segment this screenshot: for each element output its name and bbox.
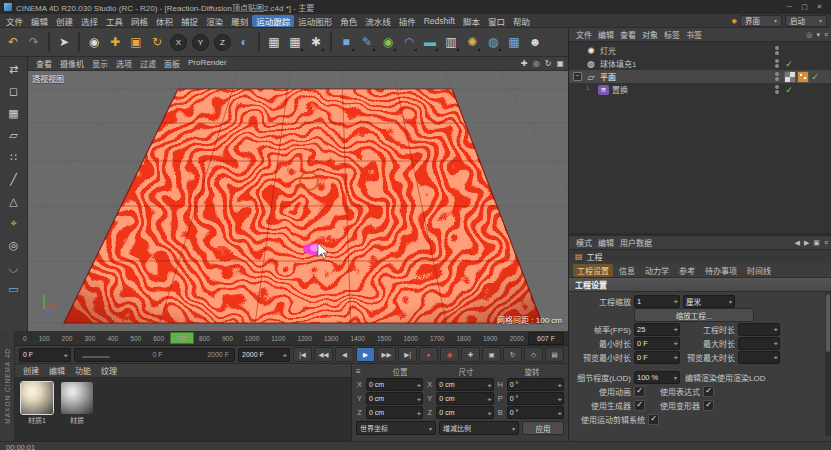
axis-y-button[interactable]: Y: [192, 34, 209, 51]
add-sky-button[interactable]: ◍: [483, 30, 503, 54]
max-time-input[interactable]: ◂▸: [738, 337, 780, 350]
menu-item[interactable]: 渲染: [202, 15, 227, 27]
goto-start-button[interactable]: |◀: [293, 347, 312, 362]
prev-frame-button[interactable]: ◀: [335, 347, 354, 362]
fps-input[interactable]: 25◂▸: [634, 323, 680, 336]
menu-item[interactable]: 运动图形: [294, 15, 336, 27]
startup-select[interactable]: 启动▾: [785, 15, 827, 27]
material-menu-item[interactable]: 功能: [71, 365, 95, 376]
filter-icon[interactable]: ▾: [816, 31, 820, 39]
viewport-menu-item[interactable]: 选项: [112, 58, 136, 69]
attribute-tab[interactable]: 待办事项: [701, 264, 741, 277]
material-menu-item[interactable]: 编辑: [45, 365, 69, 376]
viewport-menu-item[interactable]: 摄像机: [56, 58, 88, 69]
attribute-menu-item[interactable]: 用户数据: [617, 237, 655, 248]
toolbar-separator[interactable]: [330, 32, 332, 52]
visibility-dots[interactable]: [775, 46, 779, 55]
size-x-field[interactable]: 0 cm◂▸: [436, 378, 493, 391]
min-time-input[interactable]: 0 F◂▸: [634, 337, 680, 350]
material-menu-item[interactable]: 纹理: [97, 365, 121, 376]
toolbar-separator[interactable]: [258, 32, 260, 52]
object-row-sphere-fill[interactable]: ◍ 球体填充1 ✓: [569, 57, 831, 70]
undo-button[interactable]: ↶: [3, 30, 23, 54]
object-manager-menu-item[interactable]: 编辑: [595, 29, 617, 40]
zoom-view-icon[interactable]: ◎: [533, 59, 540, 68]
menu-item[interactable]: 体积: [152, 15, 177, 27]
use-animation-checkbox[interactable]: ✓: [634, 386, 645, 397]
menu-item[interactable]: 窗口: [484, 15, 509, 27]
rotation-h-field[interactable]: 0 °◂▸: [507, 378, 564, 391]
panel-menu-icon[interactable]: ≡: [824, 31, 828, 38]
menu-item[interactable]: 插件: [395, 15, 420, 27]
menu-item[interactable]: 创建: [52, 15, 77, 27]
pan-view-icon[interactable]: ✚: [521, 59, 528, 68]
position-z-field[interactable]: 0 cm◂▸: [366, 406, 423, 419]
menu-item[interactable]: Redshift: [420, 16, 459, 26]
polygons-mode-button[interactable]: △: [4, 192, 24, 211]
object-manager-menu-item[interactable]: 文件: [573, 29, 595, 40]
maximize-button[interactable]: ▢: [797, 3, 812, 11]
object-manager-menu-item[interactable]: 对象: [639, 29, 661, 40]
use-generators-checkbox[interactable]: ✓: [634, 400, 645, 411]
interface-select[interactable]: 界面▾: [740, 15, 782, 27]
menu-item[interactable]: 流水线: [361, 15, 395, 27]
scale-tool-button[interactable]: ▣: [126, 30, 146, 54]
forward-icon[interactable]: ▶: [804, 239, 809, 247]
menu-item[interactable]: 捕捉: [177, 15, 202, 27]
menu-item[interactable]: 雕刻: [227, 15, 252, 27]
toolbar-separator[interactable]: [48, 32, 50, 52]
range-end-field[interactable]: 2000 F◂▸: [238, 348, 290, 362]
snap-button[interactable]: ◡: [4, 258, 24, 277]
material-menu-item[interactable]: 创建: [19, 365, 43, 376]
panel-menu-icon[interactable]: ≡: [824, 239, 828, 246]
use-expressions-checkbox[interactable]: ✓: [703, 386, 714, 397]
back-icon[interactable]: ◀: [795, 239, 800, 247]
minimize-button[interactable]: ─: [782, 3, 797, 11]
add-floor-button[interactable]: ▬: [420, 30, 440, 54]
position-x-field[interactable]: 0 cm◂▸: [366, 378, 423, 391]
object-manager-menu-item[interactable]: 书签: [683, 29, 705, 40]
attribute-tab[interactable]: 动力学: [641, 264, 673, 277]
menu-item[interactable]: 脚本: [459, 15, 484, 27]
scrollbar[interactable]: [825, 292, 831, 437]
object-manager-menu-item[interactable]: 标签: [661, 29, 683, 40]
rotation-b-field[interactable]: 0 °◂▸: [507, 406, 564, 419]
project-scale-input[interactable]: 1◂▸: [634, 295, 680, 308]
toggle-view-icon[interactable]: ▣: [556, 59, 564, 68]
workplane-mode-button[interactable]: ▱: [4, 126, 24, 145]
range-slider-handle[interactable]: [82, 356, 110, 358]
viewport-solo-button[interactable]: ◎: [4, 236, 24, 255]
move-tool-button[interactable]: ✚: [105, 30, 125, 54]
viewport-menu-item[interactable]: 过滤: [136, 58, 160, 69]
coord-system-button[interactable]: ◐: [234, 30, 254, 54]
visibility-dots[interactable]: [775, 85, 779, 94]
expand-toggle[interactable]: −: [573, 72, 582, 81]
lock-icon[interactable]: ▣: [813, 239, 820, 247]
render-settings-button[interactable]: ✱: [306, 30, 326, 54]
visibility-dots[interactable]: [775, 72, 779, 81]
size-z-field[interactable]: 0 cm◂▸: [436, 406, 493, 419]
viewport-canvas[interactable]: 透视视图 网格间距 : 100 cm: [28, 71, 568, 331]
apply-button[interactable]: 应用: [522, 421, 564, 435]
viewport-menu-item[interactable]: 显示: [88, 58, 112, 69]
menu-icon[interactable]: ≡: [356, 367, 366, 376]
texture-tag[interactable]: [784, 71, 796, 83]
live-selection-button[interactable]: ◉: [84, 30, 104, 54]
points-mode-button[interactable]: ∷: [4, 148, 24, 167]
play-button[interactable]: ▶: [356, 347, 375, 362]
object-row-light[interactable]: ✺ 灯光: [569, 44, 831, 57]
enable-axis-button[interactable]: ⌖: [4, 214, 24, 233]
position-y-field[interactable]: 0 cm◂▸: [366, 392, 423, 405]
menu-item[interactable]: 选择: [77, 15, 102, 27]
add-character-button[interactable]: ☻: [525, 30, 545, 54]
preview-min-input[interactable]: 0 F◂▸: [634, 351, 680, 364]
key-position-button[interactable]: ✚: [461, 347, 480, 362]
attribute-tab[interactable]: 工程设置: [573, 264, 613, 277]
timeline-range-slider[interactable]: 0 F 2000 F: [74, 348, 235, 362]
axis-x-button[interactable]: X: [170, 34, 187, 51]
size-mode-select[interactable]: 增减比例▾: [439, 421, 519, 435]
attribute-tab[interactable]: 参考: [675, 264, 699, 277]
render-view-button[interactable]: ▦: [264, 30, 284, 54]
close-button[interactable]: ✕: [812, 3, 827, 11]
material-thumbnail[interactable]: [61, 382, 93, 414]
